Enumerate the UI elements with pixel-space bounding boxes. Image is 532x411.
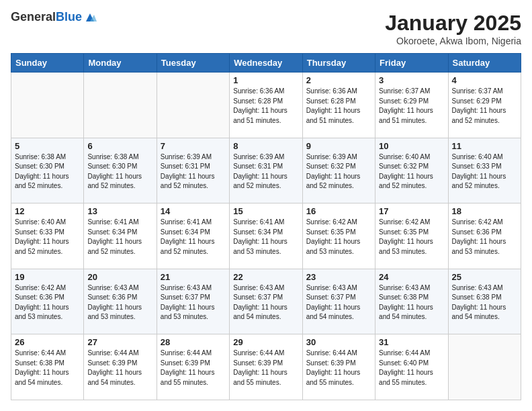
day-number: 7 [161,141,226,151]
calendar-week-2: 5Sunrise: 6:38 AM Sunset: 6:30 PM Daylig… [11,138,521,203]
calendar-cell: 7Sunrise: 6:39 AM Sunset: 6:31 PM Daylig… [157,138,229,203]
calendar-cell: 19Sunrise: 6:42 AM Sunset: 6:36 PM Dayli… [11,269,84,334]
day-number: 6 [87,141,152,151]
day-info: Sunrise: 6:41 AM Sunset: 6:34 PM Dayligh… [233,218,298,257]
title-block: January 2025 Okoroete, Akwa Ibom, Nigeri… [385,11,521,46]
page: GeneralBlue January 2025 Okoroete, Akwa … [0,0,532,411]
day-info: Sunrise: 6:40 AM Sunset: 6:33 PM Dayligh… [452,152,517,191]
calendar-cell [157,73,229,138]
day-info: Sunrise: 6:40 AM Sunset: 6:33 PM Dayligh… [15,218,80,257]
day-info: Sunrise: 6:38 AM Sunset: 6:30 PM Dayligh… [87,152,152,191]
col-tuesday: Tuesday [157,54,229,73]
calendar-week-4: 19Sunrise: 6:42 AM Sunset: 6:36 PM Dayli… [11,269,521,334]
calendar-cell: 14Sunrise: 6:41 AM Sunset: 6:34 PM Dayli… [157,203,229,269]
calendar-cell [448,334,521,400]
day-number: 11 [452,141,517,151]
calendar-cell: 26Sunrise: 6:44 AM Sunset: 6:38 PM Dayli… [11,334,84,400]
col-thursday: Thursday [302,54,375,73]
calendar-cell: 17Sunrise: 6:42 AM Sunset: 6:35 PM Dayli… [375,203,448,269]
calendar-body: 1Sunrise: 6:36 AM Sunset: 6:28 PM Daylig… [11,73,521,400]
day-number: 31 [379,337,444,347]
col-sunday: Sunday [11,54,84,73]
calendar-cell: 29Sunrise: 6:44 AM Sunset: 6:39 PM Dayli… [230,334,302,400]
logo: GeneralBlue [11,11,97,24]
calendar-cell: 23Sunrise: 6:43 AM Sunset: 6:37 PM Dayli… [302,269,375,334]
day-info: Sunrise: 6:37 AM Sunset: 6:29 PM Dayligh… [452,87,517,126]
day-info: Sunrise: 6:39 AM Sunset: 6:31 PM Dayligh… [161,152,226,191]
day-info: Sunrise: 6:44 AM Sunset: 6:38 PM Dayligh… [15,349,80,387]
day-number: 24 [379,272,444,282]
calendar-week-1: 1Sunrise: 6:36 AM Sunset: 6:28 PM Daylig… [11,73,521,138]
day-number: 8 [233,141,298,151]
calendar-cell: 6Sunrise: 6:38 AM Sunset: 6:30 PM Daylig… [84,138,157,203]
day-number: 12 [15,206,80,216]
calendar-cell: 24Sunrise: 6:43 AM Sunset: 6:38 PM Dayli… [375,269,448,334]
day-number: 14 [161,206,226,216]
day-info: Sunrise: 6:43 AM Sunset: 6:38 PM Dayligh… [452,283,517,322]
col-friday: Friday [375,54,448,73]
day-number: 20 [87,272,152,282]
day-number: 10 [379,141,444,151]
day-info: Sunrise: 6:42 AM Sunset: 6:35 PM Dayligh… [306,218,371,257]
calendar-cell: 18Sunrise: 6:42 AM Sunset: 6:36 PM Dayli… [448,203,521,269]
calendar-week-5: 26Sunrise: 6:44 AM Sunset: 6:38 PM Dayli… [11,334,521,400]
calendar-header-row: Sunday Monday Tuesday Wednesday Thursday… [11,54,521,73]
calendar-cell: 13Sunrise: 6:41 AM Sunset: 6:34 PM Dayli… [84,203,157,269]
day-info: Sunrise: 6:42 AM Sunset: 6:35 PM Dayligh… [379,218,444,257]
day-info: Sunrise: 6:39 AM Sunset: 6:31 PM Dayligh… [233,152,298,191]
day-info: Sunrise: 6:37 AM Sunset: 6:29 PM Dayligh… [379,87,444,126]
day-number: 22 [233,272,298,282]
calendar-cell: 30Sunrise: 6:44 AM Sunset: 6:39 PM Dayli… [302,334,375,400]
day-number: 30 [306,337,371,347]
calendar-cell: 12Sunrise: 6:40 AM Sunset: 6:33 PM Dayli… [11,203,84,269]
calendar-cell: 20Sunrise: 6:43 AM Sunset: 6:36 PM Dayli… [84,269,157,334]
logo-icon [83,11,97,24]
day-info: Sunrise: 6:43 AM Sunset: 6:36 PM Dayligh… [87,283,152,322]
day-info: Sunrise: 6:41 AM Sunset: 6:34 PM Dayligh… [87,218,152,257]
calendar-cell [11,73,84,138]
calendar-cell: 16Sunrise: 6:42 AM Sunset: 6:35 PM Dayli… [302,203,375,269]
location: Okoroete, Akwa Ibom, Nigeria [385,36,521,46]
day-number: 13 [87,206,152,216]
calendar-cell: 2Sunrise: 6:36 AM Sunset: 6:28 PM Daylig… [302,73,375,138]
day-number: 21 [161,272,226,282]
calendar-cell: 8Sunrise: 6:39 AM Sunset: 6:31 PM Daylig… [230,138,302,203]
day-info: Sunrise: 6:43 AM Sunset: 6:37 PM Dayligh… [306,283,371,322]
day-info: Sunrise: 6:44 AM Sunset: 6:40 PM Dayligh… [379,349,444,387]
header: GeneralBlue January 2025 Okoroete, Akwa … [11,11,521,46]
calendar-cell: 9Sunrise: 6:39 AM Sunset: 6:32 PM Daylig… [302,138,375,203]
day-info: Sunrise: 6:36 AM Sunset: 6:28 PM Dayligh… [306,87,371,126]
day-number: 29 [233,337,298,347]
col-saturday: Saturday [448,54,521,73]
calendar-cell: 10Sunrise: 6:40 AM Sunset: 6:32 PM Dayli… [375,138,448,203]
calendar-cell: 5Sunrise: 6:38 AM Sunset: 6:30 PM Daylig… [11,138,84,203]
calendar-cell: 31Sunrise: 6:44 AM Sunset: 6:40 PM Dayli… [375,334,448,400]
day-number: 26 [15,337,80,347]
day-number: 2 [306,75,371,85]
calendar-cell: 1Sunrise: 6:36 AM Sunset: 6:28 PM Daylig… [230,73,302,138]
calendar-cell: 28Sunrise: 6:44 AM Sunset: 6:39 PM Dayli… [157,334,229,400]
day-info: Sunrise: 6:42 AM Sunset: 6:36 PM Dayligh… [452,218,517,257]
day-info: Sunrise: 6:39 AM Sunset: 6:32 PM Dayligh… [306,152,371,191]
calendar-cell: 3Sunrise: 6:37 AM Sunset: 6:29 PM Daylig… [375,73,448,138]
day-number: 23 [306,272,371,282]
day-info: Sunrise: 6:40 AM Sunset: 6:32 PM Dayligh… [379,152,444,191]
logo-general: GeneralBlue [11,11,82,24]
day-info: Sunrise: 6:44 AM Sunset: 6:39 PM Dayligh… [161,349,226,387]
day-number: 27 [87,337,152,347]
day-number: 9 [306,141,371,151]
day-number: 16 [306,206,371,216]
day-number: 28 [161,337,226,347]
day-info: Sunrise: 6:44 AM Sunset: 6:39 PM Dayligh… [306,349,371,387]
calendar-cell: 21Sunrise: 6:43 AM Sunset: 6:37 PM Dayli… [157,269,229,334]
day-number: 3 [379,75,444,85]
day-number: 25 [452,272,517,282]
calendar-cell: 4Sunrise: 6:37 AM Sunset: 6:29 PM Daylig… [448,73,521,138]
calendar-week-3: 12Sunrise: 6:40 AM Sunset: 6:33 PM Dayli… [11,203,521,269]
day-number: 17 [379,206,444,216]
day-info: Sunrise: 6:43 AM Sunset: 6:37 PM Dayligh… [233,283,298,322]
day-number: 18 [452,206,517,216]
day-number: 19 [15,272,80,282]
col-monday: Monday [84,54,157,73]
day-info: Sunrise: 6:44 AM Sunset: 6:39 PM Dayligh… [87,349,152,387]
